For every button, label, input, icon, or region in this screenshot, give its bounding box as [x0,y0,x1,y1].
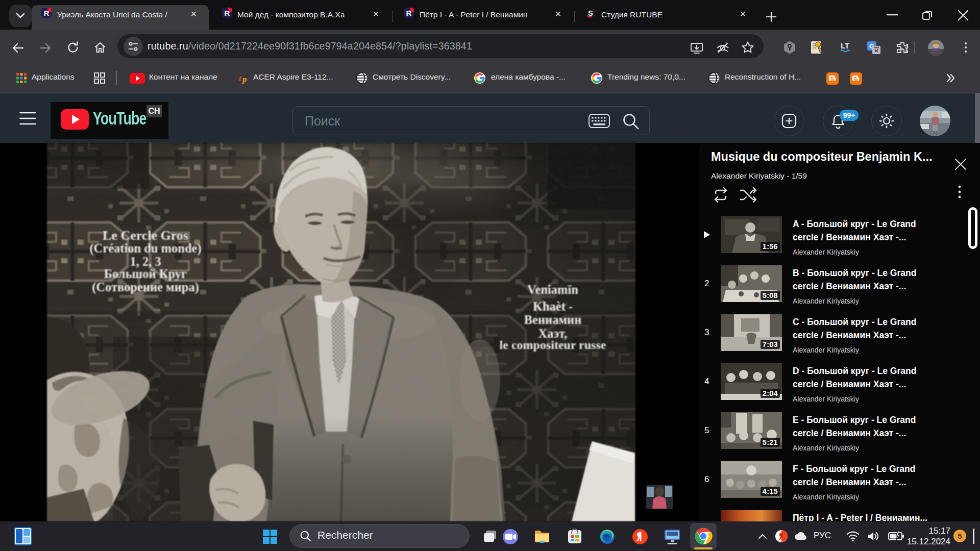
svg-text:t: t [239,73,242,83]
svg-text:LT: LT [841,41,849,50]
svg-text:R: R [406,9,412,17]
svg-text:R: R [44,9,50,17]
svg-text:p: p [241,74,247,84]
svg-text:R: R [225,9,230,17]
svg-text:S: S [588,9,593,17]
